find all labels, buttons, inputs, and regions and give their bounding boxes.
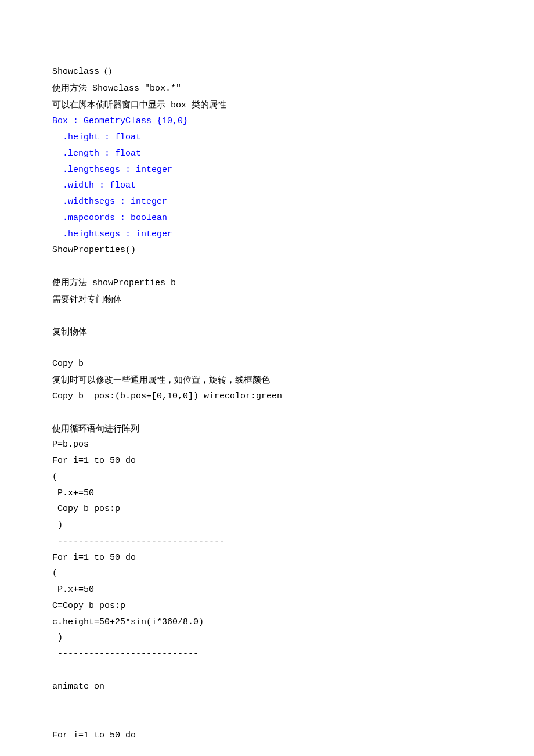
code-line: For i=1 to 50 do [52,550,482,566]
text-line: 使用循环语句进行阵列 [52,421,482,437]
code-line: Showclass（） [52,64,482,80]
code-line: -------------------------------- [52,534,482,550]
code-line: Copy b pos:(b.pos+[0,10,0]) wirecolor:gr… [52,388,482,405]
code-line: For i=1 to 50 do [52,453,482,469]
code-line: c.height=50+25*sin(i*360/8.0) [52,614,482,631]
code-line: ( [52,566,482,582]
output-line: .mapcoords : boolean [52,210,482,226]
output-line: Box : GeometryClass {10,0} [52,113,482,129]
text-line: 可以在脚本侦听器窗口中显示 box 类的属性 [52,97,482,114]
blank-line [52,405,482,421]
output-line: .length : float [52,146,482,162]
blank-line [52,743,482,756]
output-line: .heightsegs : integer [52,226,482,243]
code-line: ( [52,469,482,485]
blank-line [52,711,482,728]
code-line: --------------------------- [52,646,482,663]
code-line: Copy b [52,356,482,372]
text-line: 需要针对专门物体 [52,291,482,308]
code-line: P=b.pos [52,437,482,453]
output-line: .width : float [52,178,482,194]
code-line: For i=1 to 50 do [52,728,482,744]
output-line: .widthsegs : integer [52,194,482,210]
output-line: .height : float [52,129,482,146]
blank-line [52,695,482,711]
code-line: ) [52,630,482,646]
code-line: ShowProperties() [52,242,482,258]
code-line: animate on [52,679,482,695]
code-line: P.x+=50 [52,485,482,502]
code-line: Copy b pos:p [52,501,482,517]
text-line: 使用方法 Showclass "box.*" [52,80,482,97]
code-line: P.x+=50 [52,582,482,598]
code-line: ) [52,517,482,534]
blank-line [52,340,482,356]
text-line: 复制物体 [52,324,482,340]
text-line: 复制时可以修改一些通用属性，如位置，旋转，线框颜色 [52,372,482,388]
code-line: C=Copy b pos:p [52,598,482,614]
blank-line [52,258,482,275]
blank-line [52,663,482,679]
text-line: 使用方法 showProperties b [52,275,482,291]
output-line: .lengthsegs : integer [52,162,482,178]
blank-line [52,308,482,324]
